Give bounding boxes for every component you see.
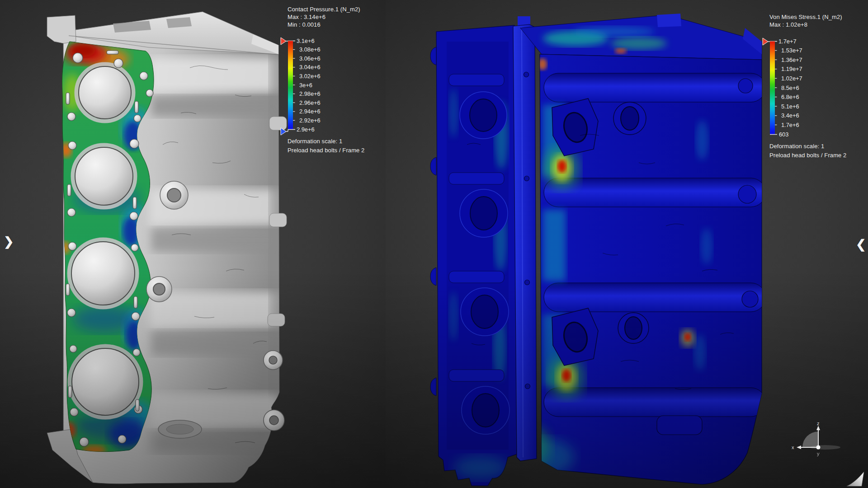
expand-right-panel-chevron[interactable]: ❮ <box>856 238 866 251</box>
tick-label: 1.53e+7 <box>781 47 802 54</box>
x-axis-label: x <box>792 445 794 450</box>
contact-pressure-legend: Contact Pressure.1 (N_m2) Max : 3.14e+6 … <box>288 6 401 173</box>
block-corner-post <box>47 15 76 43</box>
axis-triad[interactable]: z x y <box>789 421 848 460</box>
frame-label: Preload head bolts / Frame 2 <box>288 147 364 154</box>
legend-max-value: Max : 1.02e+8 <box>769 21 807 28</box>
cylinder-bore-1 <box>76 64 133 121</box>
deformation-scale-label: Deformation scale: 1 <box>769 143 824 150</box>
tick-label: 2.9e+6 <box>297 126 315 133</box>
von-mises-legend: Von Mises Stress.1 (N_m2) Max : 1.02e+8 <box>769 14 868 181</box>
postprocessor-stage: Contact Pressure.1 (N_m2) Max : 3.14e+6 … <box>0 0 868 488</box>
colorbar-ticks <box>293 50 295 121</box>
tick-label: 2.92e+6 <box>299 117 321 124</box>
tick-label: 3.02e+6 <box>299 73 321 80</box>
legend-title: Contact Pressure.1 (N_m2) <box>288 6 360 13</box>
tick-label: 2.98e+6 <box>299 90 321 97</box>
von-mises-colorbar: 1.7e+7 1.53e+7 1.36e+7 1.19e+7 1.02e+7 8… <box>761 33 852 150</box>
crankcase-face <box>430 25 517 486</box>
min-range-arrow[interactable] <box>281 128 286 135</box>
tick-label: 3.06e+6 <box>299 55 321 62</box>
viewport-contact-pressure[interactable]: Contact Pressure.1 (N_m2) Max : 3.14e+6 … <box>0 0 386 488</box>
viewport-von-mises-stress[interactable]: Von Mises Stress.1 (N_m2) Max : 1.02e+8 <box>386 0 868 488</box>
block-top-deck <box>520 14 762 60</box>
colorbar-gradient <box>288 41 293 130</box>
triad-sector <box>802 432 818 447</box>
tick-label: 3.4e+6 <box>781 112 799 119</box>
colorbar-gradient <box>770 42 775 135</box>
block-edge-rail <box>513 16 537 461</box>
crankcase-bolt-ears <box>430 47 436 396</box>
tick-label: 1.7e+6 <box>781 122 799 128</box>
tick-label: 3.1e+6 <box>297 38 315 44</box>
max-range-arrow[interactable] <box>763 38 768 45</box>
tick-label: 3.08e+6 <box>299 46 321 53</box>
tick-label: 1.19e+7 <box>781 66 802 72</box>
colorbar-ticks <box>775 51 777 125</box>
expand-left-panel-chevron[interactable]: ❯ <box>4 235 14 249</box>
legend-title: Von Mises Stress.1 (N_m2) <box>769 14 842 20</box>
tick-label: 1.7e+7 <box>778 38 797 45</box>
contact-pressure-colorbar: 3.1e+6 3.08e+6 3.06e+6 3.04e+6 3.02e+6 3… <box>279 32 370 145</box>
tick-label: 5.1e+6 <box>781 103 799 110</box>
tick-label: 2.96e+6 <box>299 99 321 106</box>
legend-max-value: Max : 3.14e+6 <box>288 14 326 20</box>
tick-label: 2.94e+6 <box>299 108 321 115</box>
tick-label: 3e+6 <box>299 82 312 89</box>
legend-min-value: Min : 0.0016 <box>288 21 321 28</box>
tick-label: 6.8e+6 <box>781 94 799 100</box>
tick-label: 1.02e+7 <box>781 75 802 82</box>
z-axis-label: z <box>817 421 820 426</box>
y-axis-label: y <box>817 451 820 456</box>
cylinder-bore-2 <box>73 145 135 207</box>
tick-label: 3.04e+6 <box>299 64 321 70</box>
tick-label: 1.36e+7 <box>781 56 802 63</box>
tick-label: 603 <box>779 131 788 138</box>
resize-corner-handle[interactable] <box>845 470 868 488</box>
cylinder-bore-4 <box>70 346 141 418</box>
cylinder-bore-3 <box>69 239 137 307</box>
y-axis-dot <box>816 446 821 450</box>
max-range-arrow[interactable] <box>281 38 286 45</box>
frame-label: Preload head bolts / Frame 2 <box>769 152 846 159</box>
deformation-scale-label: Deformation scale: 1 <box>288 138 342 145</box>
z-axis-arrow <box>816 426 820 430</box>
x-axis-arrow <box>797 446 801 449</box>
tick-label: 8.5e+6 <box>781 84 799 91</box>
